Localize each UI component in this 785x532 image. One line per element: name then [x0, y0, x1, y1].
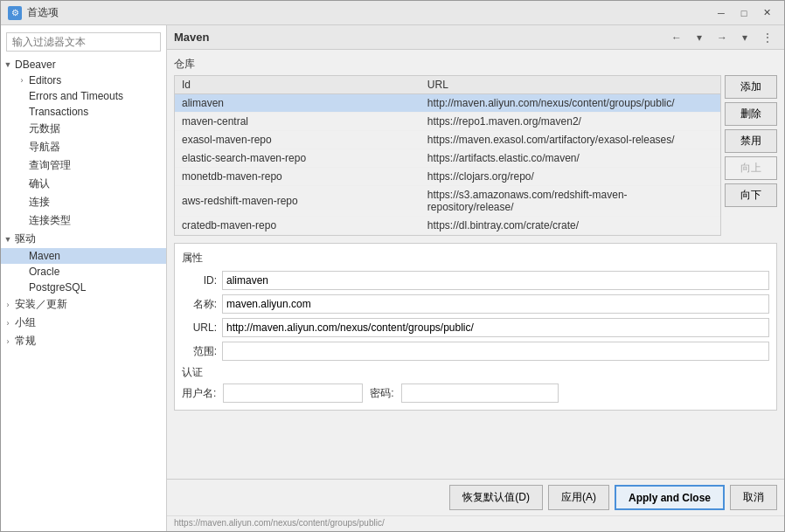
panel-title: Maven: [174, 31, 209, 44]
forward-button[interactable]: →: [712, 29, 732, 46]
prop-url-row: URL:: [182, 318, 769, 337]
sidebar-item-label: 连接类型: [29, 213, 71, 228]
repo-id-cell: exasol-maven-repo: [175, 131, 420, 149]
sidebar-item-metadata[interactable]: 元数据: [1, 120, 166, 138]
repo-id-cell: maven-central: [175, 113, 420, 131]
prop-name-input[interactable]: [222, 294, 769, 314]
window-title: 首选项: [27, 5, 59, 20]
maximize-button[interactable]: □: [733, 4, 754, 22]
delete-button[interactable]: 删除: [725, 102, 777, 126]
sidebar-item-connection-type[interactable]: 连接类型: [1, 211, 166, 230]
sidebar-item-drivers[interactable]: ▼ 驱动: [1, 230, 166, 248]
repo-url-cell: http://maven.aliyun.com/nexus/content/gr…: [420, 94, 720, 113]
forward-dropdown-button[interactable]: ▾: [735, 29, 754, 46]
prop-scope-input[interactable]: [222, 342, 769, 361]
tree-arrow-install: ›: [1, 301, 15, 309]
sidebar-filter-input[interactable]: [6, 32, 161, 52]
sidebar-item-label: Editors: [29, 74, 61, 86]
sidebar-item-install-update[interactable]: › 安装／更新: [1, 295, 166, 314]
titlebar-controls: ─ □ ✕: [711, 4, 777, 22]
auth-section: 认证 用户名: 密码:: [182, 365, 769, 403]
table-row[interactable]: maven-centralhttps://repo1.maven.org/mav…: [175, 113, 720, 131]
sidebar-item-label: 查询管理: [29, 158, 71, 173]
cancel-button[interactable]: 取消: [730, 485, 777, 510]
repo-table-wrapper[interactable]: Id URL alimavenhttp://maven.aliyun.com/n…: [174, 75, 721, 236]
tree-arrow-dbeaver: ▼: [1, 60, 15, 69]
sidebar-item-label: 导航器: [29, 140, 60, 155]
repo-id-cell: elastic-search-maven-repo: [175, 149, 420, 168]
titlebar: ⚙ 首选项 ─ □ ✕: [1, 1, 784, 25]
prop-scope-label: 范围:: [182, 344, 217, 359]
status-bar: https://maven.aliyun.com/nexus/content/g…: [167, 515, 784, 531]
sidebar-item-label: 小组: [15, 315, 36, 330]
repo-url-cell: https://clojars.org/repo/: [420, 168, 720, 186]
close-button[interactable]: ✕: [756, 4, 777, 22]
auth-username-input[interactable]: [223, 383, 363, 403]
repo-url-cell: https://repo1.maven.org/maven2/: [420, 113, 720, 131]
move-up-button[interactable]: 向上: [725, 156, 777, 180]
prop-id-row: ID:: [182, 271, 769, 290]
restore-defaults-button[interactable]: 恢复默认值(D): [449, 485, 543, 510]
repo-url-cell: https://dl.bintray.com/crate/crate/: [420, 217, 720, 235]
tree-arrow-editors: ›: [15, 76, 29, 85]
sidebar-item-confirm[interactable]: 确认: [1, 175, 166, 193]
col-header-url: URL: [420, 76, 720, 94]
sidebar-item-dbeaver[interactable]: ▼ DBeaver: [1, 57, 166, 73]
table-row[interactable]: cratedb-maven-repohttps://dl.bintray.com…: [175, 217, 720, 235]
disable-button[interactable]: 禁用: [725, 129, 777, 153]
sidebar-item-label: Transactions: [29, 106, 88, 118]
sidebar-item-errors-timeouts[interactable]: Errors and Timeouts: [1, 88, 166, 104]
sidebar-item-general[interactable]: › 常规: [1, 332, 166, 350]
tree-arrow-groups: ›: [1, 319, 15, 328]
auth-row: 用户名: 密码:: [182, 383, 769, 403]
prop-scope-row: 范围:: [182, 342, 769, 361]
auth-password-label: 密码:: [370, 386, 393, 401]
table-row[interactable]: elastic-search-maven-repohttps://artifac…: [175, 149, 720, 168]
right-panel: Maven ← ▾ → ▾ ⋮ 仓库: [167, 25, 784, 531]
apply-close-button[interactable]: Apply and Close: [615, 485, 725, 510]
sidebar-item-oracle[interactable]: Oracle: [1, 264, 166, 280]
sidebar-item-label: Errors and Timeouts: [29, 90, 123, 102]
sidebar-item-label: PostgreSQL: [29, 281, 86, 294]
prop-name-row: 名称:: [182, 294, 769, 314]
add-button[interactable]: 添加: [725, 75, 777, 99]
auth-password-input[interactable]: [401, 383, 559, 403]
sidebar-item-connection[interactable]: 连接: [1, 193, 166, 211]
sidebar-item-label: 元数据: [29, 121, 60, 136]
panel-header: Maven ← ▾ → ▾ ⋮: [167, 25, 784, 50]
main-content: ▼ DBeaver › Editors Errors and Timeouts …: [1, 25, 784, 531]
table-row[interactable]: alimavenhttp://maven.aliyun.com/nexus/co…: [175, 94, 720, 113]
repo-url-cell: https://s3.amazonaws.com/redshift-maven-…: [420, 186, 720, 217]
prop-url-input[interactable]: [222, 318, 769, 337]
sidebar-item-postgresql[interactable]: PostgreSQL: [1, 280, 166, 295]
prop-id-input[interactable]: [222, 271, 769, 290]
sidebar-item-query-mgmt[interactable]: 查询管理: [1, 156, 166, 175]
sidebar-item-label: 常规: [15, 334, 36, 349]
sidebar-item-navigator[interactable]: 导航器: [1, 138, 166, 156]
repo-side-buttons: 添加 删除 禁用 向上 向下: [725, 75, 777, 236]
table-row[interactable]: monetdb-maven-repohttps://clojars.org/re…: [175, 168, 720, 186]
prop-id-label: ID:: [182, 274, 217, 287]
preferences-window: ⚙ 首选项 ─ □ ✕ ▼ DBeaver › Editors Err: [0, 0, 785, 532]
sidebar-item-groups[interactable]: › 小组: [1, 314, 166, 332]
repo-table-container: Id URL alimavenhttp://maven.aliyun.com/n…: [174, 75, 777, 236]
move-down-button[interactable]: 向下: [725, 183, 777, 207]
sidebar-item-label: 连接: [29, 195, 50, 210]
minimize-button[interactable]: ─: [711, 4, 732, 22]
repo-url-cell: https://maven.exasol.com/artifactory/exa…: [420, 131, 720, 149]
back-button[interactable]: ←: [667, 29, 686, 46]
table-row[interactable]: aws-redshift-maven-repohttps://s3.amazon…: [175, 186, 720, 217]
prop-name-label: 名称:: [182, 297, 217, 312]
repo-id-cell: cratedb-maven-repo: [175, 217, 420, 235]
sidebar-item-editors[interactable]: › Editors: [1, 73, 166, 88]
sidebar-item-maven[interactable]: Maven: [1, 248, 166, 264]
sidebar-item-label: DBeaver: [15, 59, 56, 71]
sidebar-item-transactions[interactable]: Transactions: [1, 104, 166, 120]
back-dropdown-button[interactable]: ▾: [690, 29, 709, 46]
panel-body: 仓库 Id URL alimav: [167, 50, 784, 479]
apply-button[interactable]: 应用(A): [548, 485, 609, 510]
more-button[interactable]: ⋮: [758, 29, 777, 46]
bottom-bar: 恢复默认值(D) 应用(A) Apply and Close 取消: [167, 479, 784, 515]
panel-nav: ← ▾ → ▾ ⋮: [667, 29, 777, 46]
table-row[interactable]: exasol-maven-repohttps://maven.exasol.co…: [175, 131, 720, 149]
